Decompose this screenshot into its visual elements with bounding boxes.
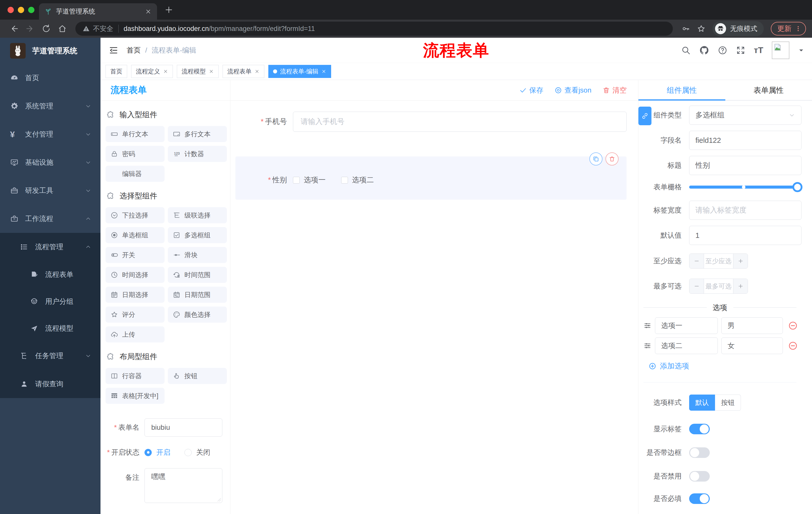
browser-menu-kebab-icon[interactable]	[795, 25, 802, 32]
tag-home[interactable]: 首页	[106, 65, 127, 78]
palette-item-counter[interactable]: 123 计数器	[168, 146, 227, 162]
tab-component-props[interactable]: 组件属性	[638, 80, 725, 101]
clear-button[interactable]: 清空	[603, 85, 627, 95]
sidebar-item-leave-query[interactable]: 请假查询	[0, 370, 100, 398]
option-label-input[interactable]: 选项二	[655, 337, 718, 354]
drag-handle-icon[interactable]	[643, 322, 651, 330]
border-toggle[interactable]	[689, 448, 710, 458]
gender-option-1-checkbox[interactable]: 选项一	[293, 175, 326, 185]
password-key-icon[interactable]	[682, 24, 690, 33]
sidebar-item-workflow[interactable]: 工作流程	[0, 205, 100, 233]
tag-close-icon[interactable]	[209, 69, 214, 74]
stepper-minus-button[interactable]	[689, 254, 704, 268]
max-select-input[interactable]: 最多可选	[704, 279, 733, 294]
palette-item-date-picker[interactable]: 日期选择	[106, 287, 165, 303]
palette-item-upload[interactable]: 上传	[106, 326, 165, 343]
sidebar-fold-icon[interactable]	[109, 45, 119, 55]
palette-item-table[interactable]: 表格[开发中]	[106, 388, 165, 404]
palette-item-checkbox-group[interactable]: 多选框组	[168, 227, 227, 243]
remove-option-button[interactable]	[788, 341, 798, 351]
gender-option-2-checkbox[interactable]: 选项二	[341, 175, 374, 185]
sidebar-item-system[interactable]: 系统管理	[0, 92, 100, 120]
avatar-broken-image[interactable]	[772, 42, 789, 59]
palette-item-editor[interactable]: 编辑器	[106, 166, 165, 182]
palette-item-rate[interactable]: 评分	[106, 306, 165, 323]
palette-item-time-picker[interactable]: 时间选择	[106, 267, 165, 283]
address-bar[interactable]: 不安全 dashboard.yudao.iocoder.cn/bpm/manag…	[76, 22, 673, 36]
new-tab-button[interactable]	[165, 5, 173, 14]
help-icon[interactable]	[718, 46, 727, 55]
default-value-input[interactable]: 1	[689, 226, 802, 245]
palette-item-date-range[interactable]: 日期范围	[168, 287, 227, 303]
palette-item-radio-group[interactable]: 单选框组	[106, 227, 165, 243]
disabled-toggle[interactable]	[689, 471, 710, 482]
zoom-window-button[interactable]	[28, 7, 34, 13]
copy-component-button[interactable]	[589, 153, 603, 165]
status-radio-off[interactable]: 关闭	[184, 448, 210, 457]
palette-item-row-container[interactable]: 行容器	[106, 368, 165, 384]
phone-input[interactable]: 请输入手机号	[293, 112, 627, 132]
canvas-body[interactable]: 手机号 请输入手机号	[230, 101, 638, 514]
sidebar-item-payment[interactable]: ¥ 支付管理	[0, 120, 100, 148]
sidebar-item-user-groups[interactable]: 用户分组	[0, 288, 100, 315]
min-select-input[interactable]: 至少应选	[704, 254, 733, 268]
link-handle-button[interactable]	[638, 107, 651, 125]
remove-option-button[interactable]	[788, 321, 798, 331]
sidebar-item-task-mgmt[interactable]: 任务管理	[0, 342, 100, 370]
palette-item-password[interactable]: 密码	[106, 146, 165, 162]
option-label-input[interactable]: 选项一	[655, 317, 718, 334]
title-input[interactable]: 性别	[689, 156, 802, 175]
tag-close-icon[interactable]	[255, 69, 260, 74]
reload-icon[interactable]	[42, 24, 51, 33]
slider-handle[interactable]	[792, 182, 803, 192]
stepper-plus-button[interactable]	[733, 254, 748, 268]
sidebar-item-infrastructure[interactable]: 基础设施	[0, 148, 100, 177]
style-button-button[interactable]: 按钮	[715, 395, 741, 411]
minimize-window-button[interactable]	[18, 7, 24, 13]
show-label-toggle[interactable]	[689, 424, 710, 434]
caret-down-icon[interactable]	[798, 47, 805, 54]
stepper-minus-button[interactable]	[689, 279, 704, 294]
browser-tab[interactable]: 芋道管理系统	[39, 3, 157, 20]
tag-close-icon[interactable]	[321, 69, 326, 74]
canvas-field-gender-selected[interactable]: 性别 选项一 选项二	[235, 156, 627, 200]
sidebar-item-process-model[interactable]: 流程模型	[0, 315, 100, 342]
sidebar-item-dev-tools[interactable]: 研发工具	[0, 177, 100, 205]
component-type-select[interactable]: 多选框组	[689, 106, 802, 125]
canvas-field-phone[interactable]: 手机号 请输入手机号	[235, 112, 627, 132]
bookmark-star-icon[interactable]	[697, 24, 705, 33]
tag-process-definition[interactable]: 流程定义	[131, 65, 173, 78]
drag-handle-icon[interactable]	[643, 342, 651, 350]
tag-process-model[interactable]: 流程模型	[177, 65, 219, 78]
save-button[interactable]: 保存	[519, 85, 544, 95]
fullscreen-icon[interactable]	[736, 46, 746, 55]
label-width-input[interactable]: 请输入标签宽度	[689, 201, 802, 220]
palette-item-cascader[interactable]: 级联选择	[168, 207, 227, 223]
palette-item-color-picker[interactable]: 颜色选择	[168, 306, 227, 323]
forward-icon[interactable]	[26, 24, 35, 33]
form-grid-slider[interactable]	[689, 182, 802, 192]
stepper-plus-button[interactable]	[733, 279, 748, 294]
option-value-input[interactable]: 男	[721, 317, 783, 334]
palette-item-single-line-text[interactable]: 单行文本	[106, 126, 165, 142]
tag-process-form[interactable]: 流程表单	[223, 65, 264, 78]
close-window-button[interactable]	[7, 7, 14, 13]
tag-close-icon[interactable]	[163, 69, 168, 74]
required-toggle[interactable]	[689, 493, 710, 504]
palette-item-select[interactable]: 下拉选择	[106, 207, 165, 223]
palette-item-time-range[interactable]: 时间范围	[168, 267, 227, 283]
sidebar-item-process-mgmt[interactable]: 流程管理	[0, 233, 100, 261]
view-json-button[interactable]: 查看json	[554, 85, 591, 95]
status-radio-on[interactable]: 开启	[144, 448, 170, 457]
palette-item-button[interactable]: 按钮	[168, 368, 227, 384]
tag-process-form-edit[interactable]: 流程表单-编辑	[268, 65, 331, 78]
add-option-button[interactable]: 添加选项	[648, 361, 802, 371]
option-value-input[interactable]: 女	[721, 337, 783, 354]
search-icon[interactable]	[681, 46, 691, 55]
sidebar-item-home[interactable]: 首页	[0, 64, 100, 92]
palette-item-switch[interactable]: 开关	[106, 247, 165, 263]
back-icon[interactable]	[9, 24, 19, 33]
field-name-input[interactable]: field122	[689, 131, 802, 150]
palette-item-slider[interactable]: 滑块	[168, 247, 227, 263]
form-name-input[interactable]: biubiu	[144, 418, 222, 437]
